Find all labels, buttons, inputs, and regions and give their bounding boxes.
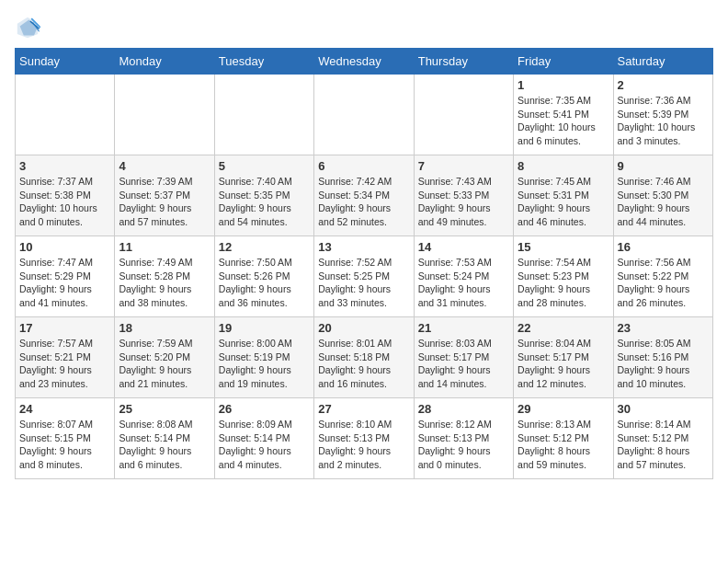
calendar-cell: 2Sunrise: 7:36 AM Sunset: 5:39 PM Daylig… — [613, 75, 712, 155]
day-info: Sunrise: 8:10 AM Sunset: 5:13 PM Dayligh… — [318, 418, 409, 472]
calendar-cell — [214, 75, 313, 155]
day-number: 20 — [318, 321, 409, 335]
calendar-cell: 4Sunrise: 7:39 AM Sunset: 5:37 PM Daylig… — [115, 155, 214, 236]
day-info: Sunrise: 7:53 AM Sunset: 5:24 PM Dayligh… — [418, 256, 509, 310]
day-number: 9 — [618, 159, 709, 173]
calendar-cell: 11Sunrise: 7:49 AM Sunset: 5:28 PM Dayli… — [115, 236, 214, 317]
day-number: 15 — [518, 240, 609, 254]
day-number: 16 — [618, 240, 709, 254]
day-info: Sunrise: 7:40 AM Sunset: 5:35 PM Dayligh… — [219, 175, 310, 229]
calendar-cell — [115, 75, 214, 155]
day-number: 10 — [19, 240, 110, 254]
day-info: Sunrise: 8:01 AM Sunset: 5:18 PM Dayligh… — [318, 337, 409, 391]
day-info: Sunrise: 8:03 AM Sunset: 5:17 PM Dayligh… — [418, 337, 509, 391]
calendar-week-1: 1Sunrise: 7:35 AM Sunset: 5:41 PM Daylig… — [16, 75, 713, 155]
calendar-header: SundayMondayTuesdayWednesdayThursdayFrid… — [16, 49, 713, 75]
calendar-cell: 27Sunrise: 8:10 AM Sunset: 5:13 PM Dayli… — [314, 398, 414, 479]
calendar-cell: 5Sunrise: 7:40 AM Sunset: 5:35 PM Daylig… — [214, 155, 313, 236]
day-number: 11 — [119, 240, 210, 254]
page-header — [15, 15, 713, 40]
calendar-cell: 24Sunrise: 8:07 AM Sunset: 5:15 PM Dayli… — [16, 398, 115, 479]
calendar-cell: 9Sunrise: 7:46 AM Sunset: 5:30 PM Daylig… — [613, 155, 712, 236]
calendar-cell — [16, 75, 115, 155]
day-info: Sunrise: 7:42 AM Sunset: 5:34 PM Dayligh… — [318, 175, 409, 229]
day-number: 8 — [518, 159, 609, 173]
calendar-cell: 3Sunrise: 7:37 AM Sunset: 5:38 PM Daylig… — [16, 155, 115, 236]
calendar-cell: 21Sunrise: 8:03 AM Sunset: 5:17 PM Dayli… — [414, 317, 513, 398]
calendar-cell: 13Sunrise: 7:52 AM Sunset: 5:25 PM Dayli… — [314, 236, 414, 317]
calendar-cell: 19Sunrise: 8:00 AM Sunset: 5:19 PM Dayli… — [214, 317, 313, 398]
calendar-cell: 7Sunrise: 7:43 AM Sunset: 5:33 PM Daylig… — [414, 155, 513, 236]
day-info: Sunrise: 8:13 AM Sunset: 5:12 PM Dayligh… — [518, 418, 609, 472]
day-number: 28 — [418, 402, 509, 416]
day-info: Sunrise: 7:54 AM Sunset: 5:23 PM Dayligh… — [518, 256, 609, 310]
day-info: Sunrise: 7:59 AM Sunset: 5:20 PM Dayligh… — [119, 337, 210, 391]
day-info: Sunrise: 8:07 AM Sunset: 5:15 PM Dayligh… — [19, 418, 110, 472]
calendar-cell: 22Sunrise: 8:04 AM Sunset: 5:17 PM Dayli… — [514, 317, 613, 398]
calendar-cell: 18Sunrise: 7:59 AM Sunset: 5:20 PM Dayli… — [115, 317, 214, 398]
day-number: 21 — [418, 321, 509, 335]
day-number: 3 — [19, 159, 110, 173]
day-info: Sunrise: 8:05 AM Sunset: 5:16 PM Dayligh… — [618, 337, 709, 391]
calendar-cell — [414, 75, 513, 155]
day-number: 24 — [19, 402, 110, 416]
day-number: 13 — [318, 240, 409, 254]
weekday-header-row: SundayMondayTuesdayWednesdayThursdayFrid… — [16, 49, 713, 75]
day-number: 18 — [119, 321, 210, 335]
calendar-week-4: 17Sunrise: 7:57 AM Sunset: 5:21 PM Dayli… — [16, 317, 713, 398]
day-number: 27 — [318, 402, 409, 416]
weekday-header-thursday: Thursday — [414, 49, 513, 75]
weekday-header-friday: Friday — [514, 49, 613, 75]
day-number: 23 — [618, 321, 709, 335]
weekday-header-sunday: Sunday — [16, 49, 115, 75]
day-info: Sunrise: 7:35 AM Sunset: 5:41 PM Dayligh… — [518, 94, 609, 148]
day-info: Sunrise: 7:49 AM Sunset: 5:28 PM Dayligh… — [119, 256, 210, 310]
day-number: 12 — [219, 240, 310, 254]
day-number: 19 — [219, 321, 310, 335]
day-info: Sunrise: 8:08 AM Sunset: 5:14 PM Dayligh… — [119, 418, 210, 472]
day-info: Sunrise: 7:37 AM Sunset: 5:38 PM Dayligh… — [19, 175, 110, 229]
calendar-cell: 14Sunrise: 7:53 AM Sunset: 5:24 PM Dayli… — [414, 236, 513, 317]
calendar-cell: 16Sunrise: 7:56 AM Sunset: 5:22 PM Dayli… — [613, 236, 712, 317]
calendar-cell: 28Sunrise: 8:12 AM Sunset: 5:13 PM Dayli… — [414, 398, 513, 479]
day-number: 22 — [518, 321, 609, 335]
calendar-cell: 12Sunrise: 7:50 AM Sunset: 5:26 PM Dayli… — [214, 236, 313, 317]
day-info: Sunrise: 8:09 AM Sunset: 5:14 PM Dayligh… — [219, 418, 310, 472]
day-info: Sunrise: 7:39 AM Sunset: 5:37 PM Dayligh… — [119, 175, 210, 229]
calendar-cell: 10Sunrise: 7:47 AM Sunset: 5:29 PM Dayli… — [16, 236, 115, 317]
day-number: 1 — [518, 78, 609, 92]
day-number: 14 — [418, 240, 509, 254]
logo-icon — [15, 15, 40, 40]
day-number: 2 — [618, 78, 709, 92]
calendar-week-3: 10Sunrise: 7:47 AM Sunset: 5:29 PM Dayli… — [16, 236, 713, 317]
day-number: 25 — [119, 402, 210, 416]
day-info: Sunrise: 8:00 AM Sunset: 5:19 PM Dayligh… — [219, 337, 310, 391]
day-number: 17 — [19, 321, 110, 335]
weekday-header-saturday: Saturday — [613, 49, 712, 75]
calendar-cell: 30Sunrise: 8:14 AM Sunset: 5:12 PM Dayli… — [613, 398, 712, 479]
day-info: Sunrise: 8:12 AM Sunset: 5:13 PM Dayligh… — [418, 418, 509, 472]
day-number: 6 — [318, 159, 409, 173]
calendar-week-2: 3Sunrise: 7:37 AM Sunset: 5:38 PM Daylig… — [16, 155, 713, 236]
day-info: Sunrise: 7:46 AM Sunset: 5:30 PM Dayligh… — [618, 175, 709, 229]
calendar-cell: 26Sunrise: 8:09 AM Sunset: 5:14 PM Dayli… — [214, 398, 313, 479]
day-info: Sunrise: 7:50 AM Sunset: 5:26 PM Dayligh… — [219, 256, 310, 310]
day-info: Sunrise: 7:56 AM Sunset: 5:22 PM Dayligh… — [618, 256, 709, 310]
weekday-header-tuesday: Tuesday — [214, 49, 313, 75]
calendar-cell: 20Sunrise: 8:01 AM Sunset: 5:18 PM Dayli… — [314, 317, 414, 398]
calendar-table: SundayMondayTuesdayWednesdayThursdayFrid… — [15, 48, 713, 479]
calendar-cell: 23Sunrise: 8:05 AM Sunset: 5:16 PM Dayli… — [613, 317, 712, 398]
day-info: Sunrise: 7:45 AM Sunset: 5:31 PM Dayligh… — [518, 175, 609, 229]
day-info: Sunrise: 8:14 AM Sunset: 5:12 PM Dayligh… — [618, 418, 709, 472]
day-number: 4 — [119, 159, 210, 173]
calendar-cell: 17Sunrise: 7:57 AM Sunset: 5:21 PM Dayli… — [16, 317, 115, 398]
day-info: Sunrise: 7:52 AM Sunset: 5:25 PM Dayligh… — [318, 256, 409, 310]
weekday-header-monday: Monday — [115, 49, 214, 75]
day-info: Sunrise: 7:36 AM Sunset: 5:39 PM Dayligh… — [618, 94, 709, 148]
calendar-cell: 29Sunrise: 8:13 AM Sunset: 5:12 PM Dayli… — [514, 398, 613, 479]
calendar-cell: 6Sunrise: 7:42 AM Sunset: 5:34 PM Daylig… — [314, 155, 414, 236]
calendar-body: 1Sunrise: 7:35 AM Sunset: 5:41 PM Daylig… — [16, 75, 713, 479]
day-info: Sunrise: 8:04 AM Sunset: 5:17 PM Dayligh… — [518, 337, 609, 391]
day-number: 30 — [618, 402, 709, 416]
day-info: Sunrise: 7:47 AM Sunset: 5:29 PM Dayligh… — [19, 256, 110, 310]
